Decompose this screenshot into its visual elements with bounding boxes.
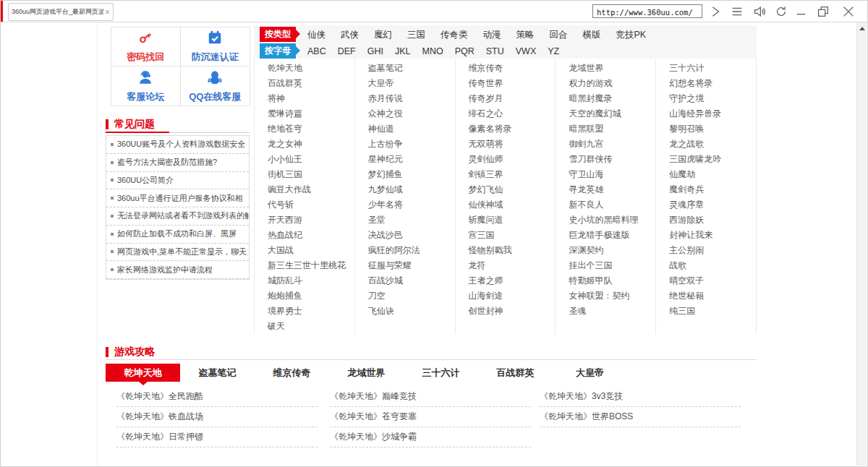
game-link[interactable]: 乾坤天地	[255, 61, 354, 76]
game-link[interactable]: 梦幻捕鱼	[355, 167, 455, 182]
game-link[interactable]: 创世封神	[456, 304, 556, 319]
faq-item[interactable]: 360uu平台通行证用户服务协议和相	[106, 189, 249, 207]
filter-letter-option[interactable]: MNO	[422, 46, 443, 56]
game-link[interactable]: 飞仙诀	[355, 304, 455, 319]
game-link[interactable]: 征服与荣耀	[355, 258, 455, 273]
guide-tab[interactable]: 大皇帝	[553, 364, 627, 382]
guide-link[interactable]: 《乾坤天地》巅峰竞技	[330, 387, 531, 407]
game-link[interactable]: 王者之师	[456, 273, 556, 288]
game-link[interactable]: 龙之女神	[255, 137, 354, 152]
filter-letter-option[interactable]: GHI	[367, 46, 383, 56]
password-recovery-button[interactable]: 密码找回	[111, 27, 181, 67]
game-link[interactable]: 决战沙邑	[355, 228, 455, 243]
guide-tab[interactable]: 乾坤天地	[106, 364, 180, 382]
game-link[interactable]: 巨龙猎手极速版	[556, 228, 655, 243]
menu-icon[interactable]	[728, 3, 746, 20]
qq-online-service-button[interactable]: QQ在线客服	[181, 67, 250, 106]
game-link[interactable]: 大国战	[255, 243, 354, 258]
guide-link[interactable]: 《乾坤天地》沙城争霸	[330, 427, 531, 447]
game-link[interactable]: 龙域世界	[556, 61, 655, 76]
speaker-icon[interactable]	[751, 3, 768, 20]
faq-item[interactable]: 家长网络游戏监护申请流程	[106, 261, 249, 279]
game-link[interactable]: 传奇岁月	[456, 91, 556, 106]
game-link[interactable]: 暗黑封魔录	[556, 91, 655, 106]
guide-tab[interactable]: 百战群英	[478, 364, 553, 382]
guide-link[interactable]: 《乾坤天地》铁血战场	[116, 407, 318, 427]
faq-item[interactable]: 如何防止加载不成功和白屏、黑屏	[106, 226, 249, 244]
filter-letter-option[interactable]: VWX	[516, 46, 536, 56]
game-link[interactable]: 境界勇士	[255, 304, 354, 319]
filter-type-option[interactable]: 武侠	[341, 30, 359, 40]
browser-tab[interactable]: 360uu网页游戏平台_最新网页游 ×	[8, 3, 114, 21]
game-link[interactable]: 豌豆大作战	[255, 182, 354, 197]
anti-addiction-button[interactable]: 防沉迷认证	[181, 27, 250, 67]
filter-type-option[interactable]: 回合	[550, 30, 568, 40]
game-link[interactable]: 山海剑途	[456, 288, 556, 304]
game-link[interactable]: 盗墓笔记	[355, 61, 455, 76]
guide-tab[interactable]: 龙域世界	[329, 364, 404, 382]
faq-item[interactable]: 360UU账号及个人资料游戏数据安全	[106, 136, 249, 154]
game-link[interactable]: 仙侠神域	[456, 197, 556, 213]
game-link[interactable]: 灵剑仙师	[456, 152, 556, 167]
game-link[interactable]: 圣魂	[556, 304, 655, 319]
game-link[interactable]: 破天	[255, 319, 354, 334]
game-link[interactable]: 斩魔问道	[456, 213, 556, 228]
address-bar[interactable]	[592, 4, 702, 18]
game-link[interactable]: 神仙道	[355, 121, 455, 137]
game-link[interactable]: 女神联盟：契约	[556, 288, 655, 304]
guide-link[interactable]: 《乾坤天地》世界BOSS	[540, 407, 741, 427]
game-link[interactable]: 刀空	[355, 288, 455, 304]
game-link[interactable]: 雪刀群侠传	[556, 152, 655, 167]
game-link[interactable]: 暗黑联盟	[556, 121, 655, 137]
game-link[interactable]: 史小坑的黑暗料理	[556, 213, 655, 228]
game-link[interactable]: 纯三国	[656, 304, 756, 319]
game-link[interactable]: 小小仙王	[255, 152, 354, 167]
game-link[interactable]: 御剑九宫	[556, 137, 655, 152]
scroll-up-icon[interactable]	[859, 27, 865, 30]
guide-link[interactable]: 《乾坤天地》3v3竞技	[540, 387, 741, 407]
filter-type-option[interactable]: 传奇类	[441, 30, 468, 40]
game-link[interactable]: 封神让我来	[656, 228, 756, 243]
game-link[interactable]: 梦幻飞仙	[456, 182, 556, 197]
game-link[interactable]: 像素名将录	[456, 121, 556, 137]
filter-type-option[interactable]: 竞技PK	[616, 30, 647, 40]
game-link[interactable]: 众神之役	[355, 106, 455, 121]
guide-link[interactable]: 《乾坤天地》日常押镖	[116, 427, 318, 447]
game-link[interactable]: 权力的游戏	[556, 76, 655, 91]
game-link[interactable]: 大皇帝	[355, 76, 455, 91]
filter-type-option[interactable]: 横版	[583, 30, 601, 40]
refresh-icon[interactable]	[773, 3, 790, 20]
game-link[interactable]: 星神纪元	[355, 152, 455, 167]
faq-item[interactable]: 无法登录网站或者看不到游戏列表的解	[106, 207, 249, 226]
game-link[interactable]: 百战群英	[255, 76, 354, 91]
guide-link[interactable]: 《乾坤天地》全民跑酷	[116, 387, 318, 407]
filter-letter-option[interactable]: STU	[486, 46, 504, 56]
game-link[interactable]: 西游除妖	[656, 213, 756, 228]
game-link[interactable]: 黎明召唤	[656, 121, 756, 137]
game-link[interactable]: 维京传奇	[456, 61, 556, 76]
minimize-icon[interactable]	[793, 3, 810, 20]
filter-type-option[interactable]: 仙侠	[307, 30, 326, 40]
restore-window-icon[interactable]	[814, 3, 832, 20]
go-icon[interactable]	[707, 3, 724, 20]
page-scrollbar[interactable]	[856, 22, 867, 466]
game-link[interactable]: 将神	[255, 91, 354, 106]
game-link[interactable]: 特勤姬甲队	[556, 273, 655, 288]
filter-letter-option[interactable]: YZ	[548, 46, 559, 56]
game-link[interactable]: 代号斩	[255, 197, 354, 213]
filter-letter-option[interactable]: PQR	[455, 46, 475, 56]
game-link[interactable]: 天空的魔幻城	[556, 106, 655, 121]
game-link[interactable]: 晴空双子	[656, 273, 756, 288]
guide-tab[interactable]: 维京传奇	[255, 364, 329, 382]
game-link[interactable]: 开天西游	[255, 213, 354, 228]
game-link[interactable]: 山海经异兽录	[656, 106, 756, 121]
game-link[interactable]: 挂出个三国	[556, 258, 655, 273]
game-link[interactable]: 新三生三世十里桃花	[255, 258, 354, 273]
filter-type-option[interactable]: 魔幻	[374, 30, 392, 40]
filter-type-option[interactable]: 策略	[516, 30, 535, 40]
game-link[interactable]: 龙之战歌	[656, 137, 756, 152]
tab-close-icon[interactable]: ×	[105, 8, 110, 17]
url-input[interactable]	[593, 7, 702, 19]
game-link[interactable]: 怪物别戳我	[456, 243, 556, 258]
game-link[interactable]: 上古纷争	[355, 137, 455, 152]
